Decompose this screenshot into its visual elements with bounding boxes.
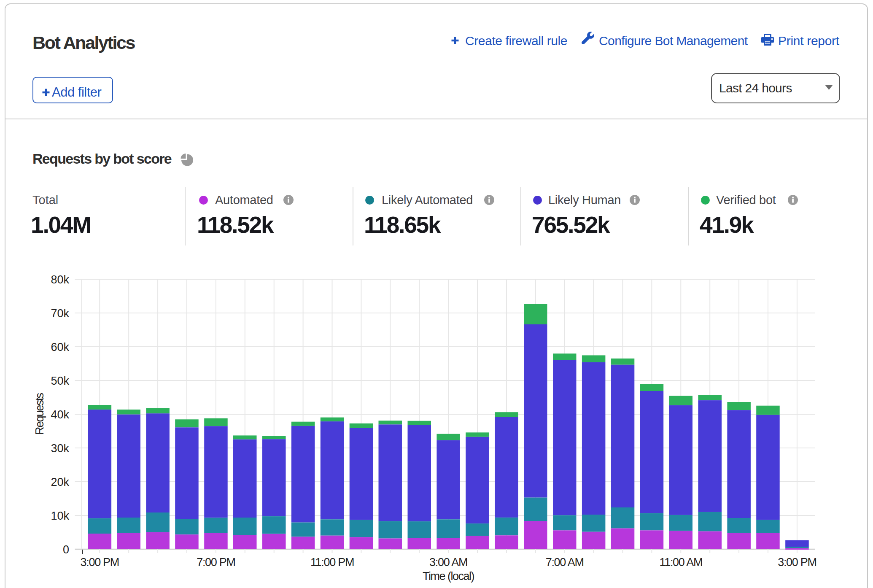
svg-text:Requests: Requests	[33, 393, 46, 435]
svg-text:40k: 40k	[51, 408, 69, 421]
svg-text:7:00 PM: 7:00 PM	[197, 556, 235, 569]
svg-text:60k: 60k	[51, 341, 69, 353]
svg-text:10k: 10k	[51, 510, 69, 522]
svg-text:0: 0	[63, 543, 69, 556]
svg-text:80k: 80k	[51, 273, 69, 286]
svg-text:Time (local): Time (local)	[423, 570, 474, 583]
svg-text:50k: 50k	[51, 375, 69, 387]
svg-text:3:00 PM: 3:00 PM	[778, 556, 816, 569]
svg-text:7:00 AM: 7:00 AM	[546, 556, 584, 569]
svg-text:70k: 70k	[51, 307, 69, 320]
svg-text:20k: 20k	[51, 476, 69, 488]
svg-text:11:00 AM: 11:00 AM	[659, 556, 702, 569]
svg-text:30k: 30k	[51, 442, 69, 455]
svg-text:3:00 PM: 3:00 PM	[81, 556, 119, 569]
svg-text:11:00 PM: 11:00 PM	[310, 556, 354, 569]
svg-text:3:00 AM: 3:00 AM	[429, 556, 467, 569]
